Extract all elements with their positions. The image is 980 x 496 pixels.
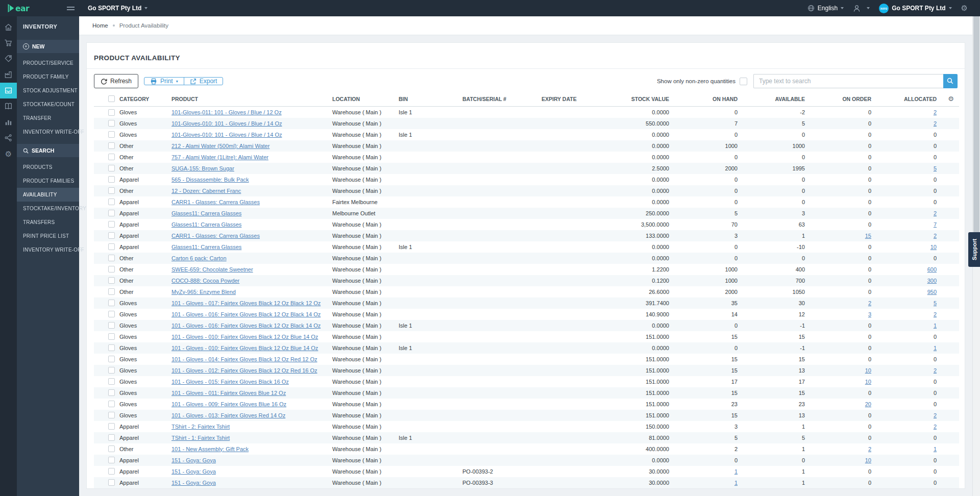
on-hand-link[interactable]: 1 — [734, 480, 738, 486]
row-checkbox[interactable] — [108, 468, 115, 475]
column-header-bin[interactable]: BIN — [396, 92, 459, 107]
allocated-link[interactable]: 5 — [934, 300, 937, 306]
row-checkbox[interactable] — [108, 300, 115, 306]
row-checkbox[interactable] — [108, 412, 115, 418]
integrations-share-icon[interactable] — [0, 130, 17, 146]
product-link[interactable]: 101 - Gloves - 010: Fairtex Gloves Black… — [172, 334, 318, 340]
column-header-available[interactable]: AVAILABLE — [740, 92, 807, 107]
product-link[interactable]: SUGA-155: Brown Sugar — [172, 165, 234, 171]
allocated-link[interactable]: 1 — [934, 446, 937, 452]
support-tab[interactable]: Support — [968, 232, 980, 267]
search-button[interactable] — [943, 74, 958, 88]
allocated-link[interactable]: 2 — [934, 367, 937, 374]
sidebar-item-stock-adjustment[interactable]: STOCK ADJUSTMENT — [17, 84, 79, 97]
account-selector[interactable]: xero Go SPORT Pty Ltd — [879, 4, 951, 13]
home-icon[interactable] — [0, 19, 17, 35]
product-link[interactable]: 101 - Gloves - 010: Fairtex Gloves Black… — [172, 345, 318, 351]
product-link[interactable]: CARR1 - Glasses: Carrera Glasses — [172, 233, 260, 239]
product-link[interactable]: 101-Gloves-010: 101 - Gloves / Blue / 14… — [172, 120, 282, 127]
row-checkbox[interactable] — [108, 479, 115, 486]
product-link[interactable]: 101 - Gloves - 014: Fairtex Gloves Black… — [172, 356, 317, 362]
product-link[interactable]: Glasses11: Carrera Glasses — [172, 244, 241, 250]
product-link[interactable]: 101-Gloves-011: 101 - Gloves / Blue / 12… — [172, 109, 282, 115]
row-checkbox[interactable] — [108, 142, 115, 149]
allocated-link[interactable]: 7 — [934, 221, 937, 228]
new-button[interactable]: + NEW — [17, 40, 79, 53]
row-checkbox[interactable] — [108, 288, 115, 295]
sidebar-item-product-service[interactable]: PRODUCT/SERVICE — [17, 56, 79, 70]
allocated-link[interactable]: 1 — [934, 345, 937, 351]
product-link[interactable]: 101 - Gloves - 013: Fairtex Gloves Red 1… — [172, 412, 285, 418]
product-link[interactable]: TShirt - 2: Fairtex Tshirt — [172, 424, 230, 430]
row-checkbox[interactable] — [108, 378, 115, 385]
column-header-batch-serial[interactable]: BATCH/SERIAL # — [459, 92, 538, 107]
product-link[interactable]: 212 - Alami Water (500ml): Alami Water — [172, 143, 270, 149]
on-hand-link[interactable]: 1 — [734, 468, 738, 475]
row-checkbox[interactable] — [108, 389, 115, 396]
product-link[interactable]: SWEE-659: Chocolate Sweetner — [172, 266, 253, 272]
product-link[interactable]: Carton 6 pack: Carton — [172, 255, 227, 261]
product-link[interactable]: COCO-888: Cocoa Powder — [172, 278, 239, 284]
product-link[interactable]: MyZy-965: Enzyme Blend — [172, 289, 236, 295]
product-link[interactable]: CARR1 - Glasses: Carrera Glasses — [172, 199, 260, 205]
on-order-link[interactable]: 2 — [868, 300, 871, 306]
sidebar-item-product-families[interactable]: PRODUCT FAMILIES — [17, 174, 79, 188]
sidebar-item-print-price-list[interactable]: PRINT PRICE LIST — [17, 229, 79, 243]
sidebar-item-transfer[interactable]: TRANSFER — [17, 111, 79, 125]
sidebar-item-stocktake-inventory[interactable]: STOCKTAKE/INVENTORY — [17, 202, 79, 215]
on-order-link[interactable]: 3 — [868, 311, 871, 317]
product-link[interactable]: 101 - Gloves - 016: Fairtex Gloves Black… — [172, 323, 321, 329]
row-checkbox[interactable] — [108, 243, 115, 250]
product-link[interactable]: 101 - Gloves - 017: Fairtex Gloves Black… — [172, 300, 321, 306]
sidebar-item-product-family[interactable]: PRODUCT FAMILY — [17, 70, 79, 84]
row-checkbox[interactable] — [108, 434, 115, 441]
production-icon[interactable] — [0, 67, 17, 83]
reports-chart-icon[interactable] — [0, 114, 17, 130]
allocated-link[interactable]: 2 — [934, 412, 937, 418]
sidebar-item-stocktake-count[interactable]: STOCKTAKE/COUNT — [17, 97, 79, 111]
allocated-link[interactable]: 2 — [934, 233, 937, 239]
nonzero-filter-checkbox[interactable] — [740, 78, 747, 85]
column-header-on-hand[interactable]: ON HAND — [671, 92, 740, 107]
allocated-link[interactable]: 1 — [934, 323, 937, 329]
breadcrumb-home[interactable]: Home — [92, 22, 108, 29]
allocated-link[interactable]: 2 — [934, 120, 937, 127]
column-header-product[interactable]: PRODUCT — [168, 92, 329, 107]
sidebar-item-transfers[interactable]: TRANSFERS — [17, 215, 79, 229]
row-checkbox[interactable] — [108, 333, 115, 340]
column-header-on-order[interactable]: ON ORDER — [807, 92, 873, 107]
print-button[interactable]: Print ▾ — [144, 78, 184, 85]
product-link[interactable]: Glasses11: Carrera Glasses — [172, 210, 241, 216]
settings-gear-icon[interactable]: ⚙ — [961, 4, 968, 13]
row-checkbox[interactable] — [108, 266, 115, 272]
column-header-allocated[interactable]: ALLOCATED — [873, 92, 939, 107]
settings-gear-icon[interactable]: ⚙ — [0, 146, 17, 162]
shopping-cart-icon[interactable] — [0, 35, 17, 51]
row-checkbox[interactable] — [108, 176, 115, 183]
row-checkbox[interactable] — [108, 367, 115, 374]
product-link[interactable]: 757 - Alami Water (1Litre): Alami Water — [172, 154, 268, 160]
column-header-stock-value[interactable]: STOCK VALUE — [600, 92, 671, 107]
allocated-link[interactable]: 300 — [927, 278, 937, 284]
on-order-link[interactable]: 2 — [868, 446, 871, 452]
product-link[interactable]: 151 - Goya: Goya — [172, 457, 216, 463]
product-link[interactable]: TShirt - 1: Fairtex Tshirt — [172, 435, 230, 441]
sidebar-item-availability[interactable]: AVAILABILITY — [17, 188, 79, 202]
sidebar-item-inventory-write-off[interactable]: INVENTORY WRITE-OFF — [17, 125, 79, 139]
product-link[interactable]: 101 - Gloves - 012: Fairtex Gloves Black… — [172, 367, 317, 374]
table-settings-icon[interactable]: ⚙ — [948, 95, 954, 103]
product-link[interactable]: 101 - Gloves - 009: Fairtex Gloves Blue … — [172, 401, 286, 407]
sidebar-item-products[interactable]: PRODUCTS — [17, 160, 79, 174]
row-checkbox[interactable] — [108, 457, 115, 463]
product-link[interactable]: 101 - Gloves - 016: Fairtex Gloves Black… — [172, 311, 321, 317]
export-button[interactable]: Export — [184, 78, 223, 85]
search-input[interactable] — [753, 74, 943, 88]
allocated-link[interactable]: 2 — [934, 311, 937, 317]
allocated-link[interactable]: 5 — [934, 165, 937, 171]
column-header-expiry-date[interactable]: EXPIRY DATE — [538, 92, 600, 107]
row-checkbox[interactable] — [108, 445, 115, 452]
inventory-icon[interactable] — [0, 83, 17, 98]
allocated-link[interactable]: 10 — [930, 244, 937, 250]
product-link[interactable]: 101 - New Assembly: Gift Pack — [172, 446, 249, 452]
on-order-link[interactable]: 10 — [865, 367, 871, 374]
